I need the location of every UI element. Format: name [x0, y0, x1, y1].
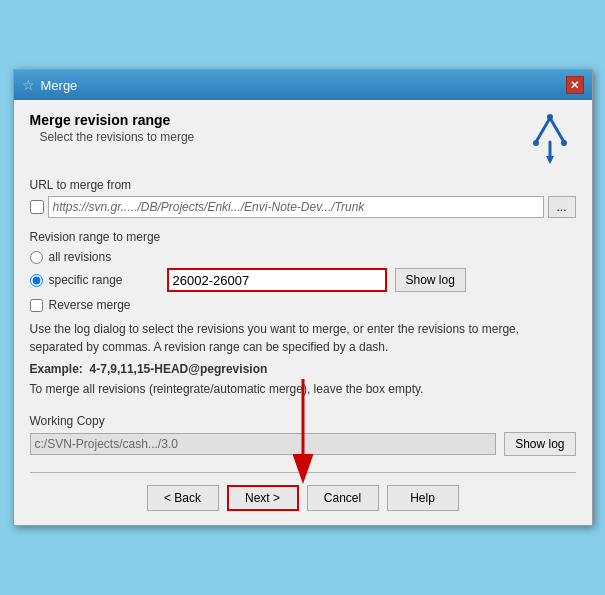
merge-dialog: ☆ Merge ✕ Merge revision range Select th…: [13, 69, 593, 526]
working-copy-label: Working Copy: [30, 414, 576, 428]
all-revisions-radio[interactable]: [30, 251, 43, 264]
drag-icon: ☆: [22, 77, 35, 93]
title-bar: ☆ Merge ✕: [14, 70, 592, 100]
all-revisions-label[interactable]: all revisions: [49, 250, 159, 264]
dialog-title: Merge revision range: [30, 112, 195, 128]
example-label: Example:: [30, 362, 83, 376]
all-revisions-row: all revisions: [30, 250, 576, 264]
reverse-merge-checkbox[interactable]: [30, 299, 43, 312]
browse-button[interactable]: ...: [548, 196, 576, 218]
svg-point-4: [547, 114, 553, 120]
back-button[interactable]: < Back: [147, 485, 219, 511]
reverse-merge-label[interactable]: Reverse merge: [49, 298, 131, 312]
revision-section: Revision range to merge all revisions sp…: [30, 230, 576, 406]
cancel-button[interactable]: Cancel: [307, 485, 379, 511]
url-input[interactable]: [48, 196, 544, 218]
window-title: Merge: [41, 78, 78, 93]
next-button[interactable]: Next >: [227, 485, 299, 511]
url-section-label: URL to merge from: [30, 178, 576, 192]
svg-line-1: [550, 118, 564, 142]
url-row: ...: [30, 196, 576, 218]
working-copy-input[interactable]: [30, 433, 497, 455]
title-bar-controls: ✕: [566, 76, 584, 94]
help-button[interactable]: Help: [387, 485, 459, 511]
header-section: Merge revision range Select the revision…: [30, 112, 576, 164]
reintegrate-text: To merge all revisions (reintegrate/auto…: [30, 382, 576, 396]
section-divider: [30, 472, 576, 473]
specific-range-row: specific range Show log: [30, 268, 576, 292]
dialog-content: Merge revision range Select the revision…: [14, 100, 592, 525]
show-log-button[interactable]: Show log: [395, 268, 466, 292]
specific-range-label[interactable]: specific range: [49, 273, 159, 287]
button-row: < Back Next > Cancel Help: [30, 479, 576, 515]
help-text: Use the log dialog to select the revisio…: [30, 320, 576, 356]
revision-section-label: Revision range to merge: [30, 230, 576, 244]
specific-range-radio[interactable]: [30, 274, 43, 287]
example-value: 4-7,9,11,15-HEAD@pegrevision: [90, 362, 268, 376]
svg-marker-3: [546, 156, 554, 164]
working-copy-show-log-button[interactable]: Show log: [504, 432, 575, 456]
header-text: Merge revision range Select the revision…: [30, 112, 195, 144]
url-checkbox[interactable]: [30, 200, 44, 214]
working-copy-row: Show log: [30, 432, 576, 456]
example-text: Example: 4-7,9,11,15-HEAD@pegrevision: [30, 362, 576, 376]
reverse-merge-row: Reverse merge: [30, 298, 576, 312]
svg-line-0: [536, 118, 550, 142]
svg-point-6: [561, 140, 567, 146]
svg-point-5: [533, 140, 539, 146]
dialog-subtitle: Select the revisions to merge: [40, 130, 195, 144]
merge-logo-icon: [524, 112, 576, 164]
close-button[interactable]: ✕: [566, 76, 584, 94]
specific-range-input[interactable]: [167, 268, 387, 292]
working-copy-section: Working Copy Show log: [30, 414, 576, 456]
